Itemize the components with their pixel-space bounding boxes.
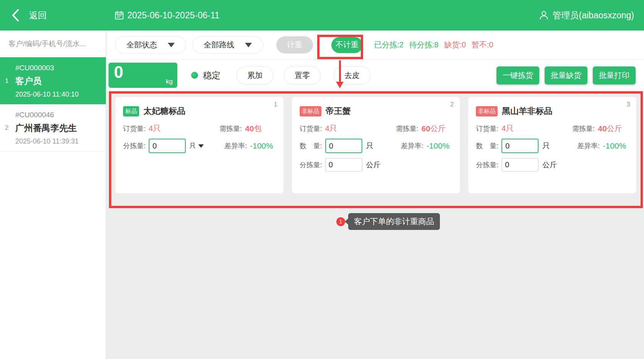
stat-pending: 待分拣:8 (409, 40, 439, 50)
need-qty-unit: 包 (254, 123, 261, 134)
chevron-left-icon (11, 9, 19, 22)
product-name: 太妃糖标品 (143, 105, 185, 117)
product-name: 帝王蟹 (326, 105, 351, 117)
need-qty-value: 60 (422, 124, 430, 133)
count-input[interactable] (501, 139, 539, 153)
user-icon (539, 10, 549, 20)
zero-button[interactable]: 置零 (284, 66, 321, 84)
diff-rate-value: -100% (250, 141, 273, 150)
diff-rate-label: 差异率: (401, 141, 423, 150)
order-qty-value: 4只 (501, 123, 513, 134)
stat-hold: 暂不:0 (472, 40, 493, 50)
pick-unit-dropdown[interactable]: 只 (190, 142, 204, 150)
search-bar (0, 31, 106, 57)
back-label: 返回 (29, 10, 47, 21)
count-unit-label: 只 (366, 141, 373, 151)
customer-sidebar: 1 #CU000003 客户员 2025-06-10 11:40:10 2 #C… (0, 31, 106, 359)
card-number: 2 (450, 101, 454, 108)
order-qty-label: 订货量: (123, 124, 146, 133)
scale-weight-unit: kg (166, 78, 173, 86)
status-filter-label: 全部状态 (127, 40, 157, 50)
order-qty-value: 4只 (149, 123, 161, 134)
diff-rate-label: 差异率: (577, 141, 600, 150)
chevron-down-icon (245, 43, 252, 47)
card-number: 1 (274, 101, 277, 108)
route-filter-dropdown[interactable]: 全部路线 (192, 36, 263, 53)
calendar-icon (115, 11, 124, 20)
chevron-down-icon (168, 43, 175, 47)
scale-weight-value: 0 (114, 63, 123, 82)
annotation-highlight-box: 1 标品 太妃糖标品 订货量: 4只 需拣量: 40 包 分拣量: (109, 91, 643, 208)
need-qty-value: 40 (245, 124, 254, 133)
pick-unit-label: 只 (190, 142, 196, 150)
pick-qty-input[interactable] (325, 158, 362, 171)
scale-bar: 0 kg 稳定 累加 置零 去皮 一键拣货 批量缺货 批量打印 (107, 60, 644, 91)
count-label: 数 量: (300, 141, 322, 150)
weigh-tab[interactable]: 计重 (276, 36, 313, 53)
main-panel: 全部状态 全部路线 计重 不计重 已分拣:2 待分拣:8 缺货:0 暂不:0 0… (107, 31, 644, 359)
stat-shortage: 缺货:0 (444, 40, 466, 50)
batch-actions: 一键拣货 批量缺货 批量打印 (496, 66, 644, 84)
need-qty-label: 需拣量: (219, 124, 242, 133)
product-name: 黑山羊非标品 (502, 105, 552, 117)
annotation-arrow-down-icon (339, 60, 341, 82)
need-qty-label: 需拣量: (396, 124, 419, 133)
accumulate-button[interactable]: 累加 (237, 66, 273, 84)
nonstandard-badge: 非标品 (476, 106, 498, 116)
customer-index: 2 (5, 124, 8, 132)
order-qty-value: 4只 (325, 123, 337, 134)
batch-shortage-button[interactable]: 批量缺货 (545, 66, 587, 84)
customer-code: #CU000003 (15, 64, 101, 72)
product-area: 1 标品 太妃糖标品 订货量: 4只 需拣量: 40 包 分拣量: (107, 91, 644, 359)
pick-qty-label: 分拣量: (476, 160, 498, 170)
user-label: 管理员(aibaosxzong) (553, 10, 634, 21)
status-filter-dropdown[interactable]: 全部状态 (115, 36, 186, 53)
order-qty-label: 订货量: (300, 124, 322, 133)
search-input[interactable] (8, 40, 102, 48)
chevron-down-icon (198, 144, 204, 148)
scale-status-label: 稳定 (203, 70, 221, 81)
date-range-picker[interactable]: 2025-06-10-2025-06-11 (115, 10, 219, 21)
filter-bar: 全部状态 全部路线 计重 不计重 已分拣:2 待分拣:8 缺货:0 暂不:0 (107, 31, 644, 60)
pick-qty-input[interactable] (501, 158, 539, 171)
product-card: 3 非标品 黑山羊非标品 订货量: 4只 需拣量: 40 公斤 数 量: (468, 97, 636, 193)
stable-dot-icon (191, 72, 198, 79)
diff-rate-label: 差异率: (224, 141, 247, 150)
count-input[interactable] (325, 139, 362, 153)
scale-weight-display: 0 kg (109, 63, 177, 88)
product-card: 1 标品 太妃糖标品 订货量: 4只 需拣量: 40 包 分拣量: (115, 97, 284, 193)
user-menu[interactable]: 管理员(aibaosxzong) (539, 10, 644, 21)
scale-status: 稳定 (191, 70, 221, 81)
pick-qty-label: 分拣量: (123, 141, 146, 150)
customer-list-item[interactable]: 1 #CU000003 客户员 2025-06-10 11:40:10 (0, 57, 106, 104)
annotation-note: 1 客户下单的非计重商品 (336, 213, 440, 230)
back-button[interactable]: 返回 (0, 9, 47, 22)
card-number: 3 (627, 101, 630, 108)
pick-qty-label: 分拣量: (300, 160, 322, 170)
count-unit-label: 只 (542, 141, 550, 151)
nonstandard-badge: 非标品 (300, 106, 321, 116)
need-qty-value: 40 (598, 124, 607, 133)
annotation-marker: 1 (336, 217, 345, 226)
need-qty-unit: 公斤 (430, 123, 446, 134)
top-bar: 返回 2025-06-10-2025-06-11 管理员(aibaosxzong… (0, 0, 644, 31)
diff-rate-value: -100% (427, 141, 450, 150)
batch-print-button[interactable]: 批量打印 (593, 66, 636, 84)
customer-list-item[interactable]: 2 #CU000046 广州番禺李先生 2025-06-10 11:39:31 (0, 104, 106, 152)
product-card: 2 非标品 帝王蟹 订货量: 4只 需拣量: 60 公斤 数 量: (292, 97, 460, 193)
pick-unit-label: 公斤 (542, 160, 557, 170)
customer-code: #CU000046 (15, 111, 101, 119)
pick-stats: 已分拣:2 待分拣:8 缺货:0 暂不:0 (374, 40, 493, 50)
need-qty-unit: 公斤 (607, 123, 622, 134)
stat-picked: 已分拣:2 (374, 40, 404, 50)
one-key-pick-button[interactable]: 一键拣货 (496, 66, 539, 84)
customer-name: 客户员 (15, 75, 101, 87)
diff-rate-value: -100% (603, 141, 626, 150)
customer-time: 2025-06-10 11:39:31 (15, 137, 101, 146)
route-filter-label: 全部路线 (204, 40, 234, 50)
standard-badge: 标品 (123, 106, 139, 116)
pick-unit-label: 公斤 (366, 160, 381, 170)
pick-qty-input[interactable] (149, 139, 186, 153)
no-weigh-tab[interactable]: 不计重 (331, 37, 363, 53)
customer-name: 广州番禺李先生 (15, 122, 101, 134)
